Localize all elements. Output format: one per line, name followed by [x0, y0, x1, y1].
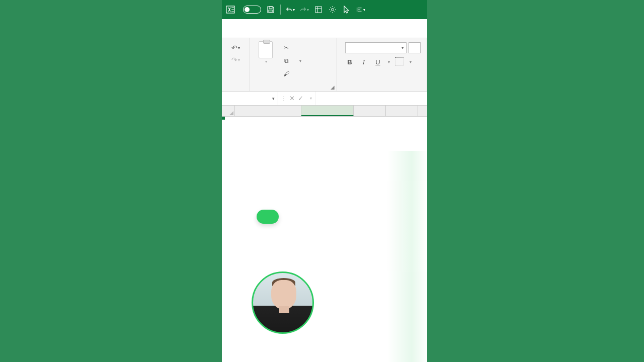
formula-bar: ▾ ⋮ ✕ ✓ ▾ [222, 92, 427, 106]
cut-button[interactable]: ✂ [282, 42, 301, 53]
excel-icon [226, 5, 235, 14]
format-painter-button[interactable]: 🖌 [282, 68, 301, 79]
svg-rect-4 [269, 7, 272, 9]
svg-rect-6 [315, 7, 321, 13]
copy-button[interactable]: ⧉▾ [282, 55, 301, 66]
clipboard-icon [259, 41, 273, 58]
fill-handle[interactable] [222, 117, 225, 120]
group-undo-label [222, 82, 250, 91]
settings-icon[interactable] [328, 5, 337, 14]
caption-overlay [257, 210, 279, 224]
svg-point-9 [332, 9, 334, 11]
brush-icon: 🖌 [282, 70, 290, 77]
autosave-toggle[interactable] [240, 6, 261, 14]
menu-bar [222, 19, 427, 38]
underline-button[interactable]: U [373, 58, 382, 66]
cancel-icon[interactable]: ✕ [289, 95, 295, 102]
group-clipboard-label: ◢ [250, 82, 337, 91]
font-name-combo[interactable]: ▾ [345, 42, 407, 53]
italic-button[interactable]: I [359, 58, 368, 66]
col-header-a[interactable] [235, 106, 301, 116]
undo-button[interactable]: ↶ ▾ [227, 42, 245, 53]
dialog-launcher-icon[interactable]: ◢ [331, 84, 335, 90]
copy-icon: ⧉ [282, 57, 290, 64]
borders-button[interactable] [395, 57, 404, 67]
select-all-corner[interactable] [222, 106, 235, 116]
col-header-b[interactable] [301, 106, 354, 116]
enter-icon[interactable]: ✓ [298, 95, 303, 102]
col-header-c[interactable] [354, 106, 386, 116]
scissors-icon: ✂ [282, 44, 290, 51]
save-icon[interactable] [266, 5, 275, 14]
presenter-avatar [252, 272, 314, 334]
formula-input[interactable] [315, 92, 427, 105]
redo-icon[interactable]: ▾ [300, 5, 309, 14]
column-headers [222, 106, 427, 117]
font-size-combo[interactable] [409, 42, 421, 53]
paste-button[interactable]: ▾ [253, 40, 278, 82]
redo-button[interactable]: ↷ ▾ [227, 54, 245, 65]
svg-rect-5 [269, 10, 273, 12]
group-font-label [337, 82, 427, 91]
cursor-icon[interactable] [342, 5, 351, 14]
col-header-d[interactable] [386, 106, 418, 116]
sheet-view-icon[interactable] [314, 5, 323, 14]
title-bar: ▾ ▾ ▾ [222, 0, 427, 19]
ribbon: ↶ ▾ ↷ ▾ ▾ ✂ ⧉▾ 🖌 ◢ [222, 38, 427, 92]
worksheet-grid[interactable] [222, 106, 427, 117]
bold-button[interactable]: B [345, 58, 354, 66]
name-box[interactable]: ▾ [222, 92, 278, 105]
undo-icon[interactable]: ▾ [286, 5, 295, 14]
align-icon[interactable]: ▾ [356, 5, 365, 14]
